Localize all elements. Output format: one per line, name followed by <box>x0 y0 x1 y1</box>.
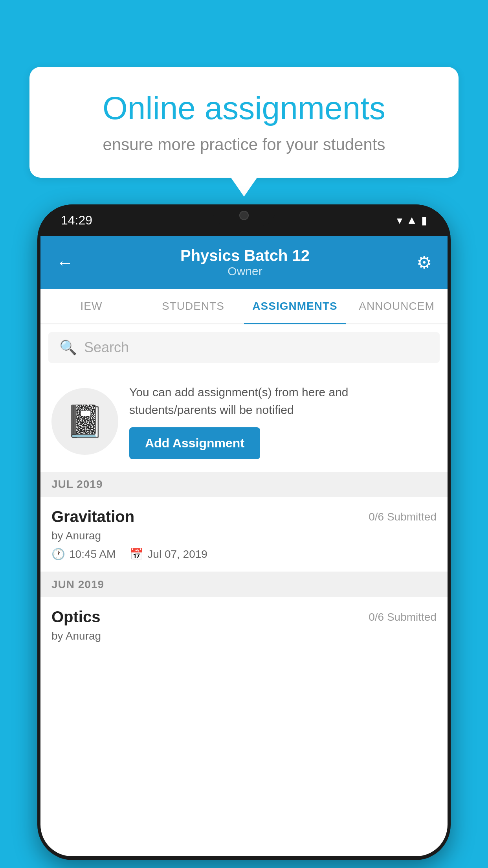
assignment-author-gravitation: by Anurag <box>51 530 437 542</box>
assignment-time-item: 🕐 10:45 AM <box>51 548 116 561</box>
tabs-bar: IEW STUDENTS ASSIGNMENTS ANNOUNCEM <box>40 289 448 324</box>
tab-announcements[interactable]: ANNOUNCEM <box>346 289 448 324</box>
speech-bubble-subtitle: ensure more practice for your students <box>57 135 431 154</box>
tab-assignments[interactable]: ASSIGNMENTS <box>244 289 346 324</box>
calendar-icon: 📅 <box>130 548 143 561</box>
promo-description: You can add assignment(s) from here and … <box>129 383 437 419</box>
assignment-name-gravitation: Gravitation <box>51 508 134 526</box>
tab-iew[interactable]: IEW <box>40 289 142 324</box>
back-button[interactable]: ← <box>56 253 73 272</box>
battery-icon: ▮ <box>421 214 427 227</box>
section-label-jul: JUL 2019 <box>51 478 103 490</box>
settings-button[interactable]: ⚙ <box>416 252 432 272</box>
search-input-placeholder: Search <box>84 339 129 356</box>
assignment-top-row-optics: Optics 0/6 Submitted <box>51 608 437 626</box>
status-icons: ▾ ▲ ▮ <box>397 214 427 227</box>
speech-bubble-title: Online assignments <box>57 90 431 126</box>
header-title: Physics Batch 12 <box>73 247 416 265</box>
notch <box>213 204 275 226</box>
header-title-block: Physics Batch 12 Owner <box>73 247 416 278</box>
header-subtitle: Owner <box>73 265 416 278</box>
phone-frame: 14:29 ▾ ▲ ▮ ← Physics Batch 12 Owner ⚙ I… <box>37 204 451 860</box>
search-bar[interactable]: 🔍 Search <box>48 332 440 363</box>
assignment-name-optics: Optics <box>51 608 100 626</box>
section-header-jun: JUN 2019 <box>40 572 448 597</box>
app-header: ← Physics Batch 12 Owner ⚙ <box>40 236 448 289</box>
assignment-submitted-optics: 0/6 Submitted <box>369 611 437 623</box>
time-display: 14:29 <box>61 213 92 228</box>
promo-icon-circle: 📓 <box>51 388 118 455</box>
section-header-jul: JUL 2019 <box>40 472 448 497</box>
section-label-jun: JUN 2019 <box>51 578 104 590</box>
wifi-icon: ▾ <box>397 214 402 227</box>
assignment-item-gravitation[interactable]: Gravitation 0/6 Submitted by Anurag 🕐 10… <box>40 497 448 572</box>
speech-bubble: Online assignments ensure more practice … <box>29 67 459 178</box>
search-icon: 🔍 <box>59 339 77 356</box>
search-bar-wrapper: 🔍 Search <box>40 324 448 371</box>
assignment-item-optics[interactable]: Optics 0/6 Submitted by Anurag <box>40 597 448 659</box>
assignment-meta-row-gravitation: 🕐 10:45 AM 📅 Jul 07, 2019 <box>51 548 437 561</box>
assignment-date-item: 📅 Jul 07, 2019 <box>130 548 207 561</box>
assignment-submitted-gravitation: 0/6 Submitted <box>369 511 437 523</box>
tab-students[interactable]: STUDENTS <box>142 289 244 324</box>
assignment-top-row: Gravitation 0/6 Submitted <box>51 508 437 526</box>
phone-screen: ← Physics Batch 12 Owner ⚙ IEW STUDENTS … <box>40 236 448 856</box>
signal-icon: ▲ <box>406 214 417 226</box>
assignment-time: 10:45 AM <box>69 548 116 561</box>
assignment-author-optics: by Anurag <box>51 630 437 642</box>
front-camera <box>239 211 249 220</box>
add-assignment-button[interactable]: Add Assignment <box>129 427 260 459</box>
speech-bubble-container: Online assignments ensure more practice … <box>29 67 459 178</box>
clock-icon: 🕐 <box>51 548 65 561</box>
promo-block: 📓 You can add assignment(s) from here an… <box>40 371 448 472</box>
promo-text-block: You can add assignment(s) from here and … <box>129 383 437 459</box>
notebook-icon: 📓 <box>65 403 105 440</box>
status-bar: 14:29 ▾ ▲ ▮ <box>37 204 451 236</box>
assignment-date: Jul 07, 2019 <box>147 548 207 561</box>
